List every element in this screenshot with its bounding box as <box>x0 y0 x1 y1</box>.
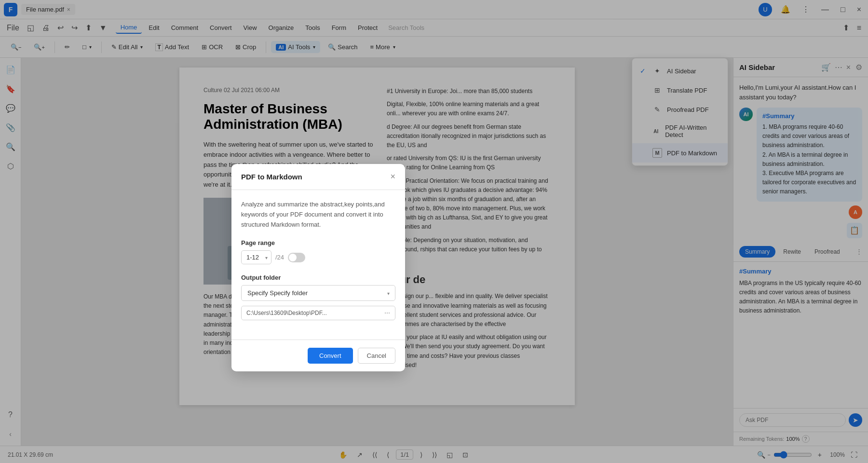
output-folder-select[interactable]: Specify Specify folder <box>241 285 395 301</box>
pdf-to-markdown-modal: PDF to Markdown × Analyze and summarize … <box>231 164 405 371</box>
path-options-icon[interactable]: ⋯ <box>384 310 390 316</box>
modal-body: Analyze and summarize the abstract,key p… <box>231 190 405 340</box>
page-range-select[interactable]: 1-12 All <box>241 250 271 264</box>
page-range-label: Page range <box>241 239 395 246</box>
output-folder-label: Output folder <box>241 274 395 281</box>
cancel-btn[interactable]: Cancel <box>358 348 395 364</box>
output-path-text: C:\Users\13609\Desktop\PDF... <box>246 310 381 316</box>
convert-btn[interactable]: Convert <box>308 348 353 364</box>
page-range-wrapper: 1-12 All <box>241 250 271 264</box>
page-count-label: /24 <box>275 254 284 261</box>
page-range-toggle[interactable] <box>288 253 305 262</box>
output-path-row: C:\Users\13609\Desktop\PDF... ⋯ <box>241 306 395 320</box>
output-folder-wrapper: Specify Specify folder <box>241 285 395 301</box>
modal-footer: Convert Cancel <box>231 340 405 371</box>
modal-description: Analyze and summarize the abstract,key p… <box>241 200 395 230</box>
modal-overlay: PDF to Markdown × Analyze and summarize … <box>0 0 868 463</box>
modal-close-btn[interactable]: × <box>390 172 395 182</box>
page-range-row: 1-12 All /24 <box>241 250 395 264</box>
modal-header: PDF to Markdown × <box>231 164 405 190</box>
modal-title: PDF to Markdown <box>241 173 302 181</box>
